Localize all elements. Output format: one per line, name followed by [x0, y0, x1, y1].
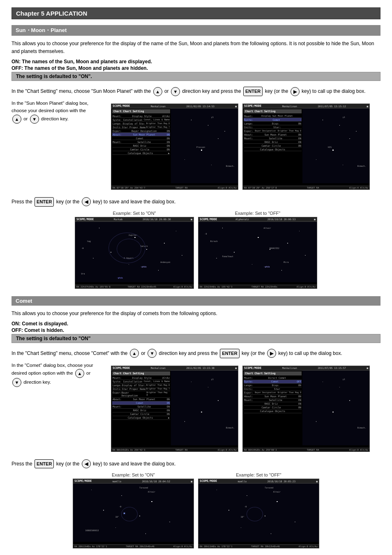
- left-key-save1[interactable]: ◀: [82, 197, 91, 206]
- section2-examples-row: Example: Set to "ON" SCOPE/MODE mamllo 2…: [12, 472, 380, 548]
- section1-on-label: ON: The names of the Sun, Moon and plane…: [12, 59, 380, 64]
- down-key-3[interactable]: ▼: [148, 349, 157, 358]
- chapter-title: Chapter 5 APPLICATION: [16, 10, 87, 17]
- down-key-2[interactable]: ▼: [30, 115, 39, 124]
- example-on-label1: Example: Set to "ON": [113, 211, 156, 216]
- example-off-label1: Example: Set to "OFF": [235, 211, 281, 216]
- section1-instruction1: In the "Chart Setting" menu, choose "Sun…: [12, 87, 380, 96]
- section1-title: Sun・Moon・Planet: [16, 27, 67, 33]
- section2-on-label: ON: Comet is displayed.: [12, 321, 380, 327]
- scope-screen-s1-left: SCOPE/MODE Menkalinan 2011/02/05 13:14:5…: [111, 104, 238, 190]
- scope-bottom-bar-s1-right: RA 07°38'29" Az 258°17'8 TARGET RA Align…: [243, 186, 369, 189]
- scope-top-bar-s1-left: SCOPE/MODE Menkalinan 2011/02/05 13:14:5…: [111, 104, 238, 108]
- section2-off-label: OFF: Comet is hidden.: [12, 327, 380, 333]
- enter-key-save2[interactable]: ENTER: [35, 459, 54, 469]
- section1-left-text: In the "Sun Moon Planet" dialog box, cho…: [12, 99, 94, 194]
- scope-screen-off-1: SCOPE/MODE Alpheratz 2016/10/18 20:00:53…: [198, 217, 317, 289]
- scope-screen-on-1: SCOPE/MODE Markab 2018/10/18 20:00:30 ■: [75, 217, 194, 289]
- example-off-label2: Example: Set to "OFF": [236, 472, 281, 477]
- section1-save-instruction: Press the ENTER key (or the ◀ key) to sa…: [12, 197, 380, 207]
- section1-screenshot-row: SCOPE/MODE Menkalinan 2011/02/05 13:14:5…: [100, 104, 380, 190]
- enter-key-save1[interactable]: ENTER: [35, 197, 54, 207]
- option-text: option: [28, 371, 41, 375]
- section2-screenshots: SCOPE/MODE Menkalinan 2011/02/05 13:15:3…: [100, 362, 380, 456]
- scope-screen-comet-off: SCOPE/MODE mamllo 2018/10/18 20:05:23 ■: [198, 479, 319, 548]
- section1-examples-row: Example: Set to "ON" SCOPE/MODE Markab 2…: [12, 211, 380, 289]
- scope-screen-comet-on: SCOPE/MODE mamllo 2018/10/18 20:04:52 ■: [73, 479, 194, 548]
- section2-save-instruction: Press the ENTER key (or the ◀ key) to sa…: [12, 459, 380, 469]
- down-key-1[interactable]: ▼: [171, 87, 180, 96]
- section-comet: Comet This allows you to choose your pre…: [12, 296, 380, 549]
- chapter-heading: Chapter 5 APPLICATION: [12, 7, 380, 19]
- section2-main-layout: In the "Comet" dialog box, choose your d…: [12, 362, 380, 456]
- section2-heading: Comet: [12, 296, 380, 306]
- scope-top-bar-s1-right: SCOPE/MODE Menkalinan 2011/07/05 13:15:1…: [243, 104, 369, 108]
- section2-description: This allows you to choose your preferenc…: [12, 310, 380, 318]
- enter-key-1[interactable]: ENTER: [243, 87, 263, 96]
- left-key-save2[interactable]: ◀: [82, 459, 91, 468]
- scope-screen-s2-left: SCOPE/MODE Menkalinan 2011/02/05 13:15:3…: [111, 366, 238, 452]
- example-on-label2: Example: Set to "ON": [112, 472, 155, 477]
- section1-default-note: The setting is defaulted to "ON".: [12, 72, 380, 81]
- up-key-1[interactable]: ▲: [153, 87, 162, 96]
- up-key-2[interactable]: ▲: [12, 115, 21, 124]
- section1-heading: Sun・Moon・Planet: [12, 25, 380, 36]
- section1-description: This allows you to choose your preferenc…: [12, 40, 380, 55]
- section1-screenshots: SCOPE/MODE Menkalinan 2011/02/05 13:14:5…: [100, 99, 380, 194]
- up-key-3[interactable]: ▲: [130, 349, 139, 358]
- up-key-4[interactable]: ▲: [75, 369, 84, 378]
- right-key-1[interactable]: ▶: [291, 87, 300, 96]
- scope-screen-s1-right: SCOPE/MODE Menkalinan 2011/07/05 13:15:1…: [242, 104, 370, 190]
- scope-bottom-bar-s1-left: RA 07°38'29" Az 254°43'7 TARGET RA Align…: [111, 186, 238, 189]
- section1-main-layout: In the "Sun Moon Planet" dialog box, cho…: [12, 99, 380, 194]
- down-key-4[interactable]: ▼: [12, 378, 21, 387]
- section-sun-moon-planet: Sun・Moon・Planet This allows you to choos…: [12, 25, 380, 289]
- scope-screen-s2-right: SCOPE/MODE Menkalinan 2011/07/05 13:15:5…: [242, 366, 370, 452]
- section2-left-text: In the "Comet" dialog box, choose your d…: [12, 362, 94, 456]
- section2-instruction1: In the "Chart Setting" menu, choose "Com…: [12, 349, 380, 358]
- section1-off-label: OFF: The names of the Sun, Moon and plan…: [12, 65, 380, 71]
- section2-title: Comet: [16, 298, 32, 304]
- enter-key-3[interactable]: ENTER: [220, 349, 239, 358]
- section2-screenshot-row: SCOPE/MODE Menkalinan 2011/02/05 13:15:3…: [100, 366, 380, 452]
- page-container: Chapter 5 APPLICATION Sun・Moon・Planet Th…: [0, 0, 392, 555]
- section2-default-note: The setting is defaulted to "ON": [12, 334, 380, 343]
- right-key-3[interactable]: ▶: [267, 349, 276, 358]
